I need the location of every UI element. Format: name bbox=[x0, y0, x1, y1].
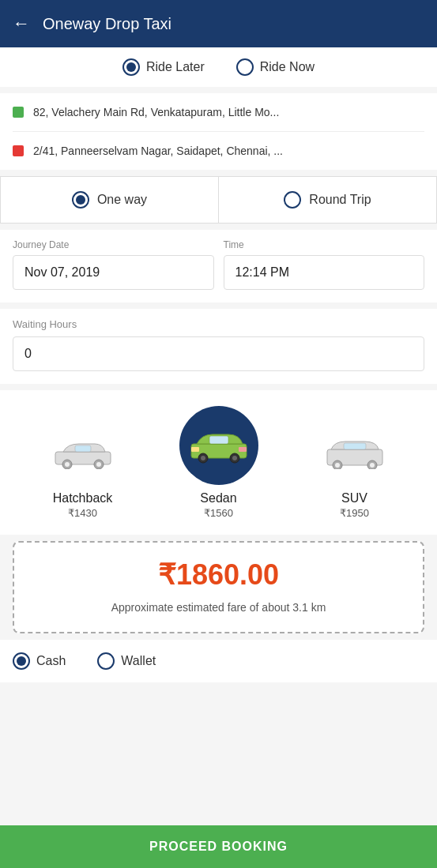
sedan-price: ₹1560 bbox=[204, 507, 233, 519]
svg-point-16 bbox=[335, 463, 340, 468]
fare-box: ₹1860.00 Approximate estimated fare of a… bbox=[13, 541, 424, 633]
ride-options-container: Ride Later Ride Now bbox=[0, 47, 437, 87]
waiting-container: Waiting Hours 0 bbox=[0, 309, 437, 384]
fare-amount: ₹1860.00 bbox=[30, 558, 407, 592]
page-title: Oneway Drop Taxi bbox=[43, 15, 171, 33]
payment-container: Cash Wallet bbox=[0, 640, 437, 682]
dropoff-dot bbox=[13, 145, 24, 156]
round-trip-option[interactable]: Round Trip bbox=[218, 176, 437, 224]
journey-time-value[interactable]: 12:14 PM bbox=[224, 255, 425, 290]
dropoff-row[interactable]: 2/41, Panneerselvam Nagar, Saidapet, Che… bbox=[13, 132, 424, 170]
suv-name: SUV bbox=[341, 491, 367, 505]
svg-point-18 bbox=[370, 463, 375, 468]
suv-price: ₹1950 bbox=[340, 507, 369, 519]
ride-now-option[interactable]: Ride Now bbox=[236, 58, 315, 76]
svg-point-2 bbox=[65, 462, 70, 467]
datetime-row: Journey Date Nov 07, 2019 Time 12:14 PM bbox=[13, 239, 424, 290]
ride-later-option[interactable]: Ride Later bbox=[122, 58, 205, 76]
journey-date-field[interactable]: Journey Date Nov 07, 2019 bbox=[13, 239, 214, 290]
ride-now-radio[interactable] bbox=[236, 58, 254, 76]
journey-time-field[interactable]: Time 12:14 PM bbox=[224, 239, 425, 290]
one-way-radio[interactable] bbox=[72, 191, 89, 209]
sedan-name: Sedan bbox=[200, 491, 236, 505]
hatchback-name: Hatchback bbox=[53, 491, 113, 505]
cash-option[interactable]: Cash bbox=[13, 652, 66, 670]
sedan-icon bbox=[187, 428, 251, 464]
datetime-container: Journey Date Nov 07, 2019 Time 12:14 PM bbox=[0, 230, 437, 302]
one-way-option[interactable]: One way bbox=[0, 176, 218, 224]
wallet-radio[interactable] bbox=[97, 652, 115, 670]
fare-description: Approximate estimated fare of about 3.1 … bbox=[30, 599, 407, 616]
proceed-booking-button[interactable]: PROCEED BOOKING bbox=[0, 825, 437, 868]
round-trip-radio[interactable] bbox=[284, 191, 301, 209]
svg-rect-13 bbox=[239, 447, 247, 452]
journey-time-label: Time bbox=[224, 239, 425, 250]
back-button[interactable]: ← bbox=[13, 13, 30, 34]
header: ← Oneway Drop Taxi bbox=[0, 0, 437, 47]
cash-radio-inner bbox=[17, 656, 26, 666]
trip-type-container: One way Round Trip bbox=[0, 176, 437, 224]
pickup-dot bbox=[13, 107, 24, 118]
ride-later-radio[interactable] bbox=[122, 58, 140, 76]
one-way-radio-inner bbox=[76, 195, 85, 205]
suv-icon bbox=[323, 438, 386, 469]
hatchback-icon bbox=[51, 438, 115, 469]
wallet-option[interactable]: Wallet bbox=[97, 652, 156, 670]
svg-rect-5 bbox=[75, 445, 91, 452]
waiting-value[interactable]: 0 bbox=[13, 336, 424, 371]
one-way-label: One way bbox=[97, 193, 147, 207]
hatchback-icon-wrapper bbox=[40, 422, 126, 485]
pickup-row[interactable]: 82, Velachery Main Rd, Venkatapuram, Lit… bbox=[13, 93, 424, 132]
svg-rect-11 bbox=[209, 436, 228, 444]
svg-rect-19 bbox=[344, 443, 366, 449]
ride-later-label: Ride Later bbox=[146, 60, 205, 74]
wallet-label: Wallet bbox=[121, 654, 156, 668]
journey-date-label: Journey Date bbox=[13, 239, 214, 250]
hatchback-option[interactable]: Hatchback ₹1430 bbox=[40, 422, 126, 519]
waiting-label: Waiting Hours bbox=[13, 318, 424, 330]
svg-point-8 bbox=[201, 456, 205, 460]
hatchback-price: ₹1430 bbox=[68, 507, 97, 519]
journey-date-value[interactable]: Nov 07, 2019 bbox=[13, 255, 214, 290]
car-selection: Hatchback ₹1430 Sedan ₹1560 bbox=[0, 390, 437, 535]
pickup-address: 82, Velachery Main Rd, Venkatapuram, Lit… bbox=[33, 106, 279, 118]
location-container: 82, Velachery Main Rd, Venkatapuram, Lit… bbox=[0, 93, 437, 170]
svg-point-10 bbox=[232, 456, 237, 460]
ride-later-radio-inner bbox=[126, 62, 136, 72]
suv-option[interactable]: SUV ₹1950 bbox=[311, 422, 398, 519]
svg-point-4 bbox=[96, 462, 101, 467]
svg-rect-12 bbox=[191, 447, 199, 452]
sedan-option[interactable]: Sedan ₹1560 bbox=[179, 406, 258, 519]
suv-icon-wrapper bbox=[311, 422, 398, 485]
cash-label: Cash bbox=[36, 654, 66, 668]
cash-radio[interactable] bbox=[13, 652, 30, 670]
round-trip-label: Round Trip bbox=[309, 193, 371, 207]
sedan-icon-wrapper bbox=[179, 406, 258, 485]
ride-now-label: Ride Now bbox=[260, 60, 315, 74]
dropoff-address: 2/41, Panneerselvam Nagar, Saidapet, Che… bbox=[33, 145, 283, 157]
